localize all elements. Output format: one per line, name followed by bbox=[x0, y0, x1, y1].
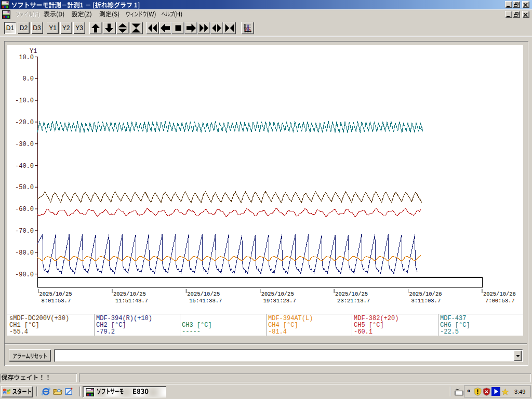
svg-text:15:41:33.7: 15:41:33.7 bbox=[189, 298, 222, 304]
svg-text:8:01:53.7: 8:01:53.7 bbox=[42, 298, 71, 304]
svg-text:7:00:53.7: 7:00:53.7 bbox=[485, 298, 515, 304]
svg-text:-60.0: -60.0 bbox=[15, 206, 34, 213]
svg-text:-20.0: -20.0 bbox=[15, 119, 34, 126]
svg-text:3:11:03.7: 3:11:03.7 bbox=[411, 298, 441, 304]
svg-text:2025/10/25: 2025/10/25 bbox=[335, 291, 368, 297]
svg-text:-70.0: -70.0 bbox=[15, 228, 34, 235]
svg-text:-10.0: -10.0 bbox=[15, 97, 34, 104]
svg-text:-40.0: -40.0 bbox=[15, 163, 34, 170]
svg-text:-90.0: -90.0 bbox=[15, 271, 34, 278]
svg-text:2025/10/25: 2025/10/25 bbox=[261, 291, 294, 297]
svg-text:2025/10/25: 2025/10/25 bbox=[113, 291, 146, 297]
svg-text:-80.0: -80.0 bbox=[15, 249, 34, 257]
svg-text:-50.0: -50.0 bbox=[15, 184, 34, 191]
svg-text:0.0: 0.0 bbox=[22, 75, 34, 83]
svg-text:23:21:13.7: 23:21:13.7 bbox=[337, 298, 370, 304]
svg-text:19:31:23.7: 19:31:23.7 bbox=[263, 298, 296, 304]
svg-text:10.0: 10.0 bbox=[19, 54, 34, 61]
svg-text:2025/10/25: 2025/10/25 bbox=[39, 291, 72, 297]
svg-text:2025/10/26: 2025/10/26 bbox=[483, 291, 516, 297]
svg-text:2025/10/25: 2025/10/25 bbox=[187, 291, 220, 297]
svg-text:-30.0: -30.0 bbox=[15, 141, 34, 148]
svg-text:2025/10/26: 2025/10/26 bbox=[409, 291, 442, 297]
svg-text:11:51:43.7: 11:51:43.7 bbox=[115, 298, 148, 304]
